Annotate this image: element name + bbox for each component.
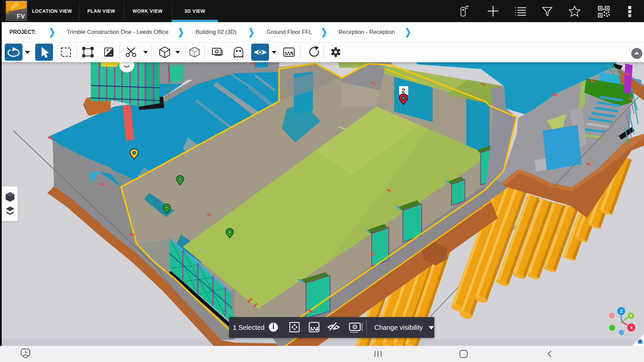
svg-text:Z: Z	[620, 309, 623, 314]
svg-text:2: 2	[402, 87, 406, 94]
svg-text:X: X	[630, 325, 633, 330]
svg-text:FV: FV	[17, 13, 25, 20]
svg-text:Y: Y	[630, 314, 632, 318]
